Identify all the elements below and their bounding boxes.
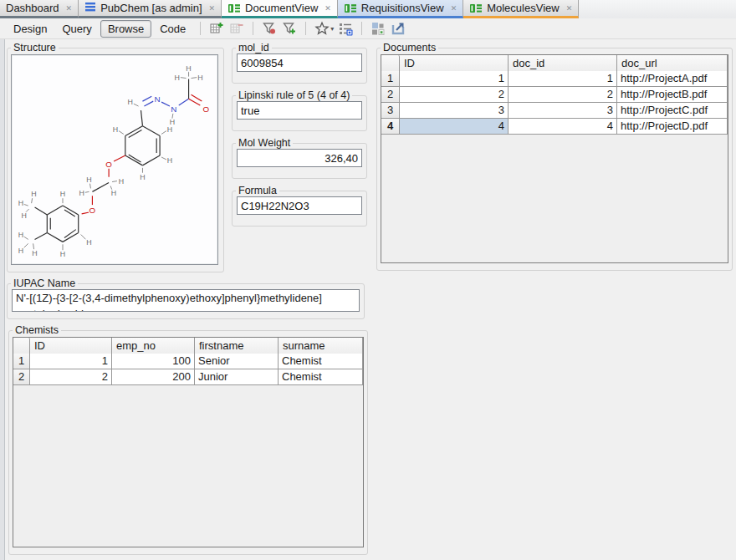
svg-text:H: H xyxy=(140,173,145,181)
mol-weight-field[interactable] xyxy=(237,149,362,167)
table-cell[interactable]: http://ProjectA.pdf xyxy=(617,71,728,87)
maximize-editor-icon[interactable] xyxy=(391,21,406,36)
row-number[interactable]: 1 xyxy=(381,71,400,87)
table-cell[interactable]: Chemist xyxy=(279,369,363,385)
formula-field[interactable] xyxy=(237,196,362,215)
table-cell[interactable]: 3 xyxy=(400,103,509,119)
table-cell[interactable]: Chemist xyxy=(279,354,363,369)
design-mode-button[interactable]: Design xyxy=(7,21,54,37)
mol-id-field[interactable] xyxy=(237,53,362,72)
iupac-group: IUPAC Name N'-[(1Z)-{3-[2-(3,4-dimethylp… xyxy=(7,277,365,319)
chemists-label: Chemists xyxy=(13,324,61,336)
svg-text:H: H xyxy=(18,247,23,255)
svg-text:H: H xyxy=(175,74,180,82)
table-cell[interactable]: 4 xyxy=(509,119,617,135)
table-cell[interactable]: 100 xyxy=(112,354,195,369)
svg-text:H: H xyxy=(32,249,37,257)
menu-icon xyxy=(84,2,96,14)
iupac-line1: N'-[(1Z)-{3-[2-(3,4-dimethylphenoxy)etho… xyxy=(16,290,355,306)
iupac-field[interactable]: N'-[(1Z)-{3-[2-(3,4-dimethylphenoxy)etho… xyxy=(12,289,360,312)
table-cell[interactable]: 1 xyxy=(400,71,509,87)
toolbar: Design Query Browse Code ▾ xyxy=(0,18,736,39)
table-cell[interactable]: 2 xyxy=(400,87,509,103)
column-settings-icon[interactable] xyxy=(338,21,353,36)
table-cell[interactable]: http://ProjectB.pdf xyxy=(617,87,728,103)
iupac-line2: acetohydrazide xyxy=(16,306,355,312)
toolbar-separator xyxy=(200,22,201,35)
documents-group: Documents ... ID doc_id doc_url 1 1 1 ht… xyxy=(376,42,733,271)
row-number[interactable]: 1 xyxy=(13,354,30,369)
row-number[interactable]: 2 xyxy=(13,369,30,385)
tab-requisitionsview[interactable]: RequisitionsView ✕ xyxy=(338,0,463,18)
add-row-icon[interactable] xyxy=(209,21,224,36)
tab-label: PubChem [as admin] xyxy=(100,2,202,14)
left-splitter[interactable] xyxy=(0,39,5,560)
layout-grid-icon[interactable] xyxy=(371,21,386,36)
svg-text:H: H xyxy=(60,190,65,198)
table-cell[interactable]: http://ProjectD.pdf xyxy=(617,119,728,135)
tab-label: Dashboard xyxy=(6,2,59,14)
browse-mode-button[interactable]: Browse xyxy=(100,20,151,38)
tab-close-icon[interactable]: ✕ xyxy=(66,4,73,13)
tab-documentview[interactable]: DocumentView ✕ xyxy=(222,0,338,18)
tab-dashboard[interactable]: Dashboard ✕ xyxy=(0,0,79,18)
table-cell-selected[interactable]: 4 xyxy=(400,119,509,135)
svg-text:H: H xyxy=(86,176,91,184)
chemists-table: ... ID emp_no firstname surname 1 1 100 … xyxy=(13,337,364,547)
delete-row-icon[interactable] xyxy=(229,21,244,36)
toolbar-separator xyxy=(361,22,362,35)
table-view-icon xyxy=(344,2,357,15)
toolbar-separator xyxy=(305,22,306,35)
table-cell[interactable]: 2 xyxy=(30,369,112,385)
lipinski-label: Lipinski rule of 5 (4 of 4) xyxy=(236,89,352,101)
row-number[interactable]: 2 xyxy=(381,87,400,103)
mol-weight-label: Mol Weight xyxy=(236,137,293,149)
tab-label: DocumentView xyxy=(245,2,318,14)
documents-table: ... ID doc_id doc_url 1 1 1 http://Proje… xyxy=(381,54,728,263)
toolbar-separator xyxy=(253,22,253,35)
tab-close-icon[interactable]: ✕ xyxy=(209,4,216,13)
filter-icon[interactable] xyxy=(262,21,277,36)
table-cell[interactable]: 1 xyxy=(509,71,617,87)
formula-group: Formula xyxy=(232,185,367,227)
app-window: Dashboard ✕ PubChem [as admin] ✕ Documen… xyxy=(0,0,736,560)
code-mode-button[interactable]: Code xyxy=(153,21,192,37)
formula-label: Formula xyxy=(236,185,279,196)
table-cell[interactable]: Senior xyxy=(195,354,279,369)
star-dropdown-caret[interactable]: ▾ xyxy=(330,25,334,33)
table-view-icon xyxy=(469,2,483,15)
table-cell[interactable]: 1 xyxy=(30,354,112,369)
table-cell[interactable]: Junior xyxy=(195,369,279,385)
tab-pubchem[interactable]: PubChem [as admin] ✕ xyxy=(79,0,222,18)
svg-text:H: H xyxy=(18,199,23,207)
table-cell[interactable]: 200 xyxy=(112,369,195,385)
svg-text:N: N xyxy=(171,104,176,114)
svg-text:H: H xyxy=(186,64,191,73)
svg-text:H: H xyxy=(167,156,172,165)
tab-close-icon[interactable]: ✕ xyxy=(451,4,457,13)
tab-close-icon[interactable]: ✕ xyxy=(325,4,331,13)
svg-text:H: H xyxy=(167,125,172,134)
add-filter-icon[interactable] xyxy=(282,21,297,36)
molecule-structure-image: HHH HH HHHH HHHH HHH HHH HHH NN OOO xyxy=(11,54,218,265)
query-mode-button[interactable]: Query xyxy=(55,21,98,37)
svg-text:H: H xyxy=(31,190,36,198)
favorites-star-icon[interactable] xyxy=(314,21,330,36)
tab-bar: Dashboard ✕ PubChem [as admin] ✕ Documen… xyxy=(0,0,736,18)
structure-label: Structure xyxy=(11,42,59,53)
svg-text:H: H xyxy=(60,250,65,258)
svg-text:H: H xyxy=(119,177,124,186)
svg-text:H: H xyxy=(79,189,84,197)
tab-moleculesview[interactable]: MoleculesView ✕ xyxy=(463,0,579,18)
structure-group: Structure xyxy=(7,42,224,272)
svg-text:H: H xyxy=(197,74,202,82)
svg-text:O: O xyxy=(89,206,96,215)
tab-close-icon[interactable]: ✕ xyxy=(566,4,573,13)
table-cell[interactable]: 3 xyxy=(509,103,617,119)
lipinski-field[interactable] xyxy=(237,101,362,120)
row-number-selected[interactable]: 4 xyxy=(381,119,400,135)
table-cell[interactable]: 2 xyxy=(509,87,617,103)
table-cell[interactable]: http://ProjectC.pdf xyxy=(617,103,728,119)
row-number[interactable]: 3 xyxy=(381,103,400,119)
svg-text:H: H xyxy=(113,125,118,134)
